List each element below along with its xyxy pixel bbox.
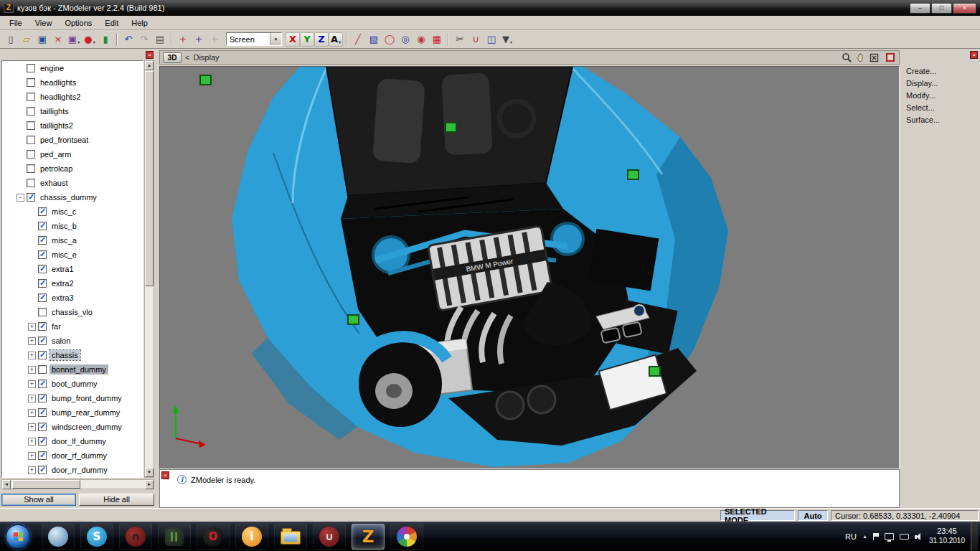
scroll-left-icon[interactable]: ◄: [2, 480, 11, 489]
tree-item-taillights2[interactable]: taillights2: [2, 118, 143, 133]
undo-icon[interactable]: ↶: [121, 32, 136, 47]
visibility-checkbox[interactable]: [27, 93, 35, 101]
volume-icon[interactable]: [915, 532, 923, 541]
redo-icon[interactable]: ↷: [136, 32, 152, 47]
open-icon[interactable]: ▱: [19, 32, 34, 47]
tree-expander-plus[interactable]: +: [28, 466, 36, 474]
mirror-icon[interactable]: ◫: [484, 32, 499, 47]
tree-item-extra2[interactable]: ✓extra2: [2, 276, 143, 291]
console-app-icon[interactable]: ||: [158, 524, 191, 550]
notes-icon[interactable]: ▤: [152, 32, 168, 47]
tree-expander-plus[interactable]: +: [28, 323, 36, 331]
select-mode-button[interactable]: A▾: [329, 32, 343, 47]
create-box-icon[interactable]: ▧: [366, 32, 382, 47]
visibility-checkbox[interactable]: ✓: [38, 207, 47, 216]
tree-expander-plus[interactable]: +: [28, 423, 36, 431]
tree-item-bump_rear_dummy[interactable]: +✓bump_rear_dummy: [2, 405, 143, 420]
dropdown-arrow-icon[interactable]: ▼: [270, 33, 281, 45]
tree-item-door_rf_dummy[interactable]: +✓door_rf_dummy: [2, 448, 143, 463]
visibility-checkbox[interactable]: ✓: [38, 394, 47, 402]
tree-item-petrolcap[interactable]: petrolcap: [2, 161, 143, 176]
tree-item-boot_dummy[interactable]: +✓boot_dummy: [2, 377, 143, 391]
pan-hand-icon[interactable]: [854, 52, 866, 63]
visibility-checkbox[interactable]: [27, 164, 35, 173]
visibility-checkbox[interactable]: [27, 107, 35, 116]
zmodeler-icon[interactable]: Z: [352, 524, 385, 550]
tree-expander-plus[interactable]: +: [28, 452, 36, 460]
command-modify[interactable]: Modify...: [906, 90, 979, 102]
tree-horizontal-scrollbar[interactable]: ◄ ►: [1, 479, 154, 489]
visibility-checkbox[interactable]: ✓: [27, 193, 35, 202]
language-indicator[interactable]: RU: [845, 532, 857, 541]
tree-expander-plus[interactable]: +: [28, 352, 36, 359]
visibility-checkbox[interactable]: [27, 136, 35, 144]
maximize-view-button[interactable]: [886, 53, 895, 62]
tree-item-windscreen_dummy[interactable]: +✓windscreen_dummy: [2, 420, 143, 434]
create-sphere-icon[interactable]: ◯: [382, 32, 397, 47]
tree-expander-plus[interactable]: +: [28, 409, 36, 417]
show-desktop-button[interactable]: [971, 522, 978, 551]
tree-expander-plus[interactable]: +: [28, 337, 36, 345]
skype-icon[interactable]: S: [80, 524, 113, 550]
app-icon[interactable]: Z: [4, 3, 14, 13]
visibility-checkbox[interactable]: ✓: [38, 322, 47, 331]
visibility-checkbox[interactable]: ✓: [38, 380, 47, 388]
command-display[interactable]: Display...: [906, 77, 979, 90]
tree-item-exhaust[interactable]: exhaust: [2, 176, 143, 190]
snap-edges-icon[interactable]: +: [191, 32, 207, 47]
scroll-down-icon[interactable]: ▼: [145, 468, 154, 477]
file-manager-icon[interactable]: [274, 524, 307, 550]
tree-item-headlights[interactable]: headlights: [2, 75, 143, 90]
visibility-checkbox[interactable]: [38, 365, 47, 374]
visibility-checkbox[interactable]: ✓: [38, 466, 47, 474]
command-select[interactable]: Select...: [906, 102, 979, 114]
audio-player-icon[interactable]: ∩: [119, 524, 152, 550]
close-button[interactable]: ×: [953, 3, 976, 14]
tree-item-ped_frontseat[interactable]: ped_frontseat: [2, 133, 143, 147]
tree-expander-plus[interactable]: +: [28, 438, 36, 446]
visibility-checkbox[interactable]: ✓: [38, 408, 47, 417]
more-tools-icon[interactable]: ▼▾: [499, 32, 515, 47]
menu-view[interactable]: View: [29, 17, 59, 29]
tree-vertical-scrollbar[interactable]: ▲ ▼: [144, 60, 154, 478]
zoom-extents-icon[interactable]: [868, 52, 880, 63]
action-center-icon[interactable]: [873, 533, 879, 540]
tray-expand-icon[interactable]: ▲: [862, 534, 867, 539]
info-app-icon[interactable]: i: [235, 524, 268, 550]
visibility-checkbox[interactable]: ✓: [38, 351, 47, 359]
tree-item-misc_c[interactable]: ✓misc_c: [2, 204, 143, 219]
tree-expander-minus[interactable]: -: [17, 194, 24, 202]
input-device-icon[interactable]: [900, 534, 909, 540]
tree-item-salon[interactable]: +✓salon: [2, 334, 143, 348]
axis-x-button[interactable]: X: [286, 32, 300, 47]
view-back-button[interactable]: <: [185, 53, 189, 62]
scroll-right-icon[interactable]: ►: [145, 480, 154, 489]
visibility-checkbox[interactable]: ✓: [38, 336, 47, 345]
snap-faces-icon[interactable]: +: [207, 32, 222, 47]
material-editor-icon[interactable]: ▮: [98, 32, 113, 47]
visibility-checkbox[interactable]: ✓: [38, 437, 47, 446]
cut-icon[interactable]: ✂: [452, 32, 468, 47]
visibility-checkbox[interactable]: [27, 179, 35, 187]
tree-expander-plus[interactable]: +: [28, 395, 36, 402]
menu-options[interactable]: Options: [58, 17, 98, 29]
viewport-canvas-3d[interactable]: BMW M Power: [159, 66, 900, 469]
snap-vertices-icon[interactable]: +: [175, 32, 191, 47]
tree-item-ped_arm[interactable]: ped_arm: [2, 147, 143, 161]
delete-icon[interactable]: ×: [50, 32, 66, 47]
visibility-checkbox[interactable]: [27, 121, 35, 130]
command-surface[interactable]: Surface...: [906, 114, 979, 126]
record-icon[interactable]: ●▾: [82, 32, 98, 47]
auto-mode-indicator[interactable]: Auto: [798, 510, 828, 521]
magnet-app-icon[interactable]: ∪: [313, 524, 346, 550]
paint-app-icon[interactable]: [390, 524, 423, 550]
minimize-button[interactable]: –: [910, 3, 930, 14]
tree-item-misc_e[interactable]: ✓misc_e: [2, 248, 143, 262]
hide-all-button[interactable]: Hide all: [79, 494, 154, 506]
clock[interactable]: 23:45 31.10.2010: [929, 527, 965, 545]
tree-item-door_lf_dummy[interactable]: +✓door_lf_dummy: [2, 434, 143, 448]
view-mode-select[interactable]: Screen▼: [226, 32, 282, 46]
new-icon[interactable]: ▯: [3, 32, 19, 47]
visibility-checkbox[interactable]: ✓: [38, 423, 47, 431]
visibility-checkbox[interactable]: [27, 150, 35, 159]
